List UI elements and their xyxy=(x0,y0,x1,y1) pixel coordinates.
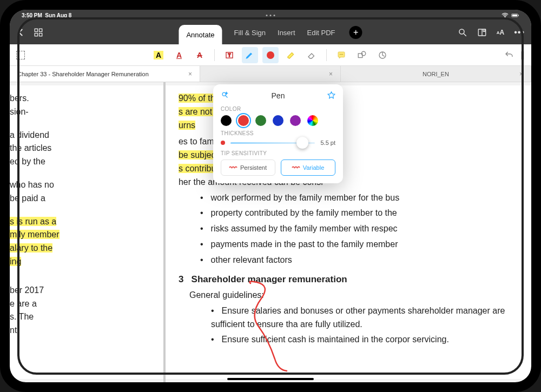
list-item: payments made in the past to the family … xyxy=(200,238,525,251)
text-line: ed by the xyxy=(10,155,157,169)
text-line: s is run as a xyxy=(10,215,157,229)
svg-rect-6 xyxy=(35,34,37,36)
thickness-label: THICKNESS xyxy=(221,130,335,136)
back-button[interactable] xyxy=(16,28,26,37)
svg-rect-2 xyxy=(512,14,517,16)
stamp-tool[interactable] xyxy=(374,47,391,63)
list-item: Ensure salaries and bonuses or other pay… xyxy=(211,304,525,331)
pen-settings-popover: Pen COLOR THICKNESS 5.5 pt TIP SENSITIVI… xyxy=(213,84,343,183)
thickness-preview-icon xyxy=(221,141,225,145)
status-bar: 3:50 PM Sun Aug 8 xyxy=(10,10,531,21)
tab-annotate[interactable]: Annotate xyxy=(179,25,222,44)
text-line: a dividend xyxy=(10,129,157,142)
undo-button[interactable] xyxy=(504,50,514,60)
text-line: mily member xyxy=(10,228,157,242)
svg-point-0 xyxy=(505,17,505,17)
pen-color-indicator[interactable] xyxy=(262,47,279,63)
text-line: General guidelines: xyxy=(189,289,525,302)
close-tab-button[interactable]: × xyxy=(519,70,523,78)
slider-thumb[interactable] xyxy=(296,137,308,149)
status-indicators xyxy=(501,11,519,19)
doc-tab-right[interactable]: NORI_EN × xyxy=(341,66,531,82)
underline-tool[interactable]: A xyxy=(171,47,187,63)
bullet-list: Ensure salaries and bonuses or other pay… xyxy=(211,304,525,347)
svg-rect-4 xyxy=(35,29,37,31)
more-button[interactable]: ••• xyxy=(514,28,525,37)
close-tab-button[interactable]: × xyxy=(188,70,192,78)
thumbnails-button[interactable] xyxy=(34,28,43,37)
favorite-icon[interactable] xyxy=(327,91,335,101)
text-line: nt xyxy=(10,324,157,337)
tab-insert[interactable]: Insert xyxy=(278,21,295,44)
svg-rect-7 xyxy=(39,34,42,36)
tip-sensitivity-label: TIP SENSITIVITY xyxy=(221,150,335,156)
highlight-tool[interactable]: A xyxy=(150,47,167,63)
text-line: who has no xyxy=(10,178,157,192)
wifi-icon xyxy=(501,11,509,19)
document-pane-left[interactable]: bers. sion- a dividend the articles ed b… xyxy=(10,82,163,382)
text-line: the articles xyxy=(10,142,157,155)
search-button[interactable] xyxy=(458,28,467,37)
tip-persistent-button[interactable]: 〰 Persistent xyxy=(221,160,275,176)
svg-marker-23 xyxy=(328,92,335,98)
bookmarks-button[interactable] xyxy=(477,28,487,37)
doc-tab-label: Chapter 33 - Shareholder Manager Remuner… xyxy=(17,71,149,77)
list-item: other relevant factors xyxy=(200,254,525,267)
marker-tool[interactable] xyxy=(283,47,299,63)
text-line: ber 2017 xyxy=(10,284,157,297)
list-item: property contributed by the family membe… xyxy=(200,207,525,220)
text-line: alary to the xyxy=(10,242,157,255)
color-black[interactable] xyxy=(221,115,232,126)
doc-tab-mid[interactable]: × xyxy=(200,66,341,82)
list-item: risks assumed by the family member with … xyxy=(200,222,525,236)
text-line: bers. xyxy=(10,92,157,105)
home-indicator[interactable] xyxy=(227,378,314,380)
wand-icon[interactable] xyxy=(221,91,229,101)
doc-tab-label: NORI_EN xyxy=(423,71,449,77)
bullet-list: work performed by the family member for … xyxy=(200,191,525,267)
text-line: ing xyxy=(10,255,157,269)
pen-tool[interactable] xyxy=(242,47,258,63)
section-heading: 3 Shareholder manager remuneration xyxy=(179,273,525,287)
tip-variable-button[interactable]: 〰 Variable xyxy=(281,160,335,176)
redo-button[interactable]: || xyxy=(520,50,525,60)
svg-line-22 xyxy=(226,96,228,98)
app-bar: Annotate Fill & Sign Insert Edit PDF + A… xyxy=(10,21,531,44)
color-picker[interactable] xyxy=(307,115,318,126)
status-time: 3:50 PM Sun Aug 8 xyxy=(22,12,71,18)
color-label: COLOR xyxy=(221,106,335,112)
color-purple[interactable] xyxy=(290,115,301,126)
close-tab-button[interactable]: × xyxy=(329,70,333,78)
shape-tool[interactable] xyxy=(354,47,370,63)
svg-line-9 xyxy=(464,34,466,36)
svg-point-8 xyxy=(459,29,464,34)
text-line: s. The xyxy=(10,310,157,324)
svg-rect-3 xyxy=(518,15,519,16)
squiggle-icon: 〰 xyxy=(229,163,237,172)
color-red[interactable] xyxy=(238,115,249,126)
svg-rect-5 xyxy=(39,29,42,31)
doc-tab-left[interactable]: Chapter 33 - Shareholder Manager Remuner… xyxy=(10,66,200,82)
tab-fill-sign[interactable]: Fill & Sign xyxy=(234,21,266,44)
color-blue[interactable] xyxy=(273,115,283,126)
tab-edit-pdf[interactable]: Edit PDF xyxy=(307,21,335,44)
eraser-tool[interactable] xyxy=(304,47,320,63)
text-line: sion- xyxy=(10,105,157,119)
svg-text:T: T xyxy=(228,53,230,58)
battery-icon xyxy=(511,11,519,19)
strikethrough-tool[interactable]: A xyxy=(192,47,208,63)
selection-tool[interactable] xyxy=(16,51,25,59)
font-size-button[interactable]: AA xyxy=(497,29,504,36)
svg-point-16 xyxy=(341,54,342,55)
textbox-tool[interactable]: T xyxy=(221,47,237,63)
list-item: work performed by the family member for … xyxy=(200,191,525,205)
color-green[interactable] xyxy=(255,115,266,126)
multitask-dots[interactable] xyxy=(266,15,275,16)
text-line: be paid a xyxy=(10,192,157,205)
popover-title: Pen xyxy=(272,91,285,100)
thickness-slider[interactable] xyxy=(230,142,315,144)
add-mode-button[interactable]: + xyxy=(349,26,362,39)
document-tabs: Chapter 33 - Shareholder Manager Remuner… xyxy=(10,66,531,82)
svg-point-15 xyxy=(340,54,341,55)
sticky-note-tool[interactable] xyxy=(333,47,349,63)
